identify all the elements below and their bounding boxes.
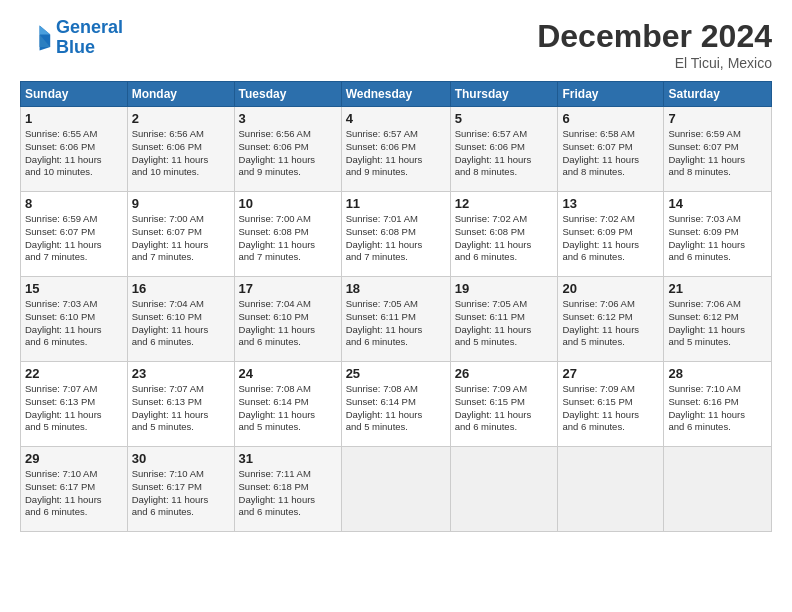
calendar-cell (450, 447, 558, 532)
day-info: Sunrise: 7:08 AM Sunset: 6:14 PM Dayligh… (239, 383, 337, 434)
day-number: 13 (562, 196, 659, 211)
day-info: Sunrise: 7:07 AM Sunset: 6:13 PM Dayligh… (132, 383, 230, 434)
day-info: Sunrise: 7:11 AM Sunset: 6:18 PM Dayligh… (239, 468, 337, 519)
calendar-cell: 11Sunrise: 7:01 AM Sunset: 6:08 PM Dayli… (341, 192, 450, 277)
calendar-week-row: 22Sunrise: 7:07 AM Sunset: 6:13 PM Dayli… (21, 362, 772, 447)
day-info: Sunrise: 7:06 AM Sunset: 6:12 PM Dayligh… (668, 298, 767, 349)
calendar-cell (664, 447, 772, 532)
day-info: Sunrise: 7:06 AM Sunset: 6:12 PM Dayligh… (562, 298, 659, 349)
logo-line1: General (56, 17, 123, 37)
day-number: 2 (132, 111, 230, 126)
weekday-header-row: SundayMondayTuesdayWednesdayThursdayFrid… (21, 82, 772, 107)
day-info: Sunrise: 7:03 AM Sunset: 6:10 PM Dayligh… (25, 298, 123, 349)
day-number: 28 (668, 366, 767, 381)
calendar-week-row: 29Sunrise: 7:10 AM Sunset: 6:17 PM Dayli… (21, 447, 772, 532)
weekday-header: Saturday (664, 82, 772, 107)
calendar-cell: 1Sunrise: 6:55 AM Sunset: 6:06 PM Daylig… (21, 107, 128, 192)
calendar-cell: 25Sunrise: 7:08 AM Sunset: 6:14 PM Dayli… (341, 362, 450, 447)
day-number: 31 (239, 451, 337, 466)
day-info: Sunrise: 7:04 AM Sunset: 6:10 PM Dayligh… (239, 298, 337, 349)
day-number: 30 (132, 451, 230, 466)
day-info: Sunrise: 7:05 AM Sunset: 6:11 PM Dayligh… (455, 298, 554, 349)
calendar-cell: 24Sunrise: 7:08 AM Sunset: 6:14 PM Dayli… (234, 362, 341, 447)
calendar-cell: 27Sunrise: 7:09 AM Sunset: 6:15 PM Dayli… (558, 362, 664, 447)
month-title: December 2024 (537, 18, 772, 55)
day-info: Sunrise: 7:00 AM Sunset: 6:08 PM Dayligh… (239, 213, 337, 264)
calendar-week-row: 8Sunrise: 6:59 AM Sunset: 6:07 PM Daylig… (21, 192, 772, 277)
day-info: Sunrise: 7:02 AM Sunset: 6:09 PM Dayligh… (562, 213, 659, 264)
day-info: Sunrise: 7:09 AM Sunset: 6:15 PM Dayligh… (562, 383, 659, 434)
day-number: 6 (562, 111, 659, 126)
day-number: 18 (346, 281, 446, 296)
day-info: Sunrise: 7:05 AM Sunset: 6:11 PM Dayligh… (346, 298, 446, 349)
day-number: 4 (346, 111, 446, 126)
day-info: Sunrise: 6:57 AM Sunset: 6:06 PM Dayligh… (346, 128, 446, 179)
calendar-cell: 10Sunrise: 7:00 AM Sunset: 6:08 PM Dayli… (234, 192, 341, 277)
calendar-cell: 14Sunrise: 7:03 AM Sunset: 6:09 PM Dayli… (664, 192, 772, 277)
day-number: 14 (668, 196, 767, 211)
day-info: Sunrise: 7:02 AM Sunset: 6:08 PM Dayligh… (455, 213, 554, 264)
day-info: Sunrise: 6:59 AM Sunset: 6:07 PM Dayligh… (25, 213, 123, 264)
calendar-cell: 21Sunrise: 7:06 AM Sunset: 6:12 PM Dayli… (664, 277, 772, 362)
calendar-cell: 6Sunrise: 6:58 AM Sunset: 6:07 PM Daylig… (558, 107, 664, 192)
day-number: 26 (455, 366, 554, 381)
day-info: Sunrise: 7:10 AM Sunset: 6:17 PM Dayligh… (132, 468, 230, 519)
day-info: Sunrise: 7:00 AM Sunset: 6:07 PM Dayligh… (132, 213, 230, 264)
day-info: Sunrise: 6:56 AM Sunset: 6:06 PM Dayligh… (239, 128, 337, 179)
day-info: Sunrise: 7:10 AM Sunset: 6:17 PM Dayligh… (25, 468, 123, 519)
location: El Ticui, Mexico (537, 55, 772, 71)
calendar-cell: 26Sunrise: 7:09 AM Sunset: 6:15 PM Dayli… (450, 362, 558, 447)
logo-text: General Blue (56, 18, 123, 58)
day-info: Sunrise: 6:57 AM Sunset: 6:06 PM Dayligh… (455, 128, 554, 179)
calendar-week-row: 15Sunrise: 7:03 AM Sunset: 6:10 PM Dayli… (21, 277, 772, 362)
day-number: 29 (25, 451, 123, 466)
day-number: 24 (239, 366, 337, 381)
calendar-cell: 13Sunrise: 7:02 AM Sunset: 6:09 PM Dayli… (558, 192, 664, 277)
calendar-cell: 20Sunrise: 7:06 AM Sunset: 6:12 PM Dayli… (558, 277, 664, 362)
calendar-table: SundayMondayTuesdayWednesdayThursdayFrid… (20, 81, 772, 532)
calendar-cell: 4Sunrise: 6:57 AM Sunset: 6:06 PM Daylig… (341, 107, 450, 192)
day-number: 5 (455, 111, 554, 126)
calendar-body: 1Sunrise: 6:55 AM Sunset: 6:06 PM Daylig… (21, 107, 772, 532)
calendar-cell: 3Sunrise: 6:56 AM Sunset: 6:06 PM Daylig… (234, 107, 341, 192)
svg-marker-1 (40, 25, 51, 34)
calendar-cell (558, 447, 664, 532)
day-info: Sunrise: 7:10 AM Sunset: 6:16 PM Dayligh… (668, 383, 767, 434)
calendar-cell: 16Sunrise: 7:04 AM Sunset: 6:10 PM Dayli… (127, 277, 234, 362)
day-number: 17 (239, 281, 337, 296)
calendar-cell: 22Sunrise: 7:07 AM Sunset: 6:13 PM Dayli… (21, 362, 128, 447)
day-number: 11 (346, 196, 446, 211)
day-info: Sunrise: 6:58 AM Sunset: 6:07 PM Dayligh… (562, 128, 659, 179)
day-number: 10 (239, 196, 337, 211)
day-number: 1 (25, 111, 123, 126)
day-number: 8 (25, 196, 123, 211)
day-number: 21 (668, 281, 767, 296)
calendar-cell: 15Sunrise: 7:03 AM Sunset: 6:10 PM Dayli… (21, 277, 128, 362)
day-number: 25 (346, 366, 446, 381)
calendar-cell: 17Sunrise: 7:04 AM Sunset: 6:10 PM Dayli… (234, 277, 341, 362)
calendar-cell: 2Sunrise: 6:56 AM Sunset: 6:06 PM Daylig… (127, 107, 234, 192)
day-number: 9 (132, 196, 230, 211)
logo-icon (20, 22, 52, 54)
day-number: 16 (132, 281, 230, 296)
header: General Blue December 2024 El Ticui, Mex… (20, 18, 772, 71)
day-info: Sunrise: 6:59 AM Sunset: 6:07 PM Dayligh… (668, 128, 767, 179)
calendar-cell: 30Sunrise: 7:10 AM Sunset: 6:17 PM Dayli… (127, 447, 234, 532)
day-info: Sunrise: 7:01 AM Sunset: 6:08 PM Dayligh… (346, 213, 446, 264)
calendar-cell: 23Sunrise: 7:07 AM Sunset: 6:13 PM Dayli… (127, 362, 234, 447)
logo: General Blue (20, 18, 123, 58)
weekday-header: Thursday (450, 82, 558, 107)
calendar-cell: 31Sunrise: 7:11 AM Sunset: 6:18 PM Dayli… (234, 447, 341, 532)
day-number: 19 (455, 281, 554, 296)
title-block: December 2024 El Ticui, Mexico (537, 18, 772, 71)
weekday-header: Tuesday (234, 82, 341, 107)
calendar-cell: 7Sunrise: 6:59 AM Sunset: 6:07 PM Daylig… (664, 107, 772, 192)
calendar-cell: 8Sunrise: 6:59 AM Sunset: 6:07 PM Daylig… (21, 192, 128, 277)
day-number: 15 (25, 281, 123, 296)
calendar-cell: 19Sunrise: 7:05 AM Sunset: 6:11 PM Dayli… (450, 277, 558, 362)
weekday-header: Monday (127, 82, 234, 107)
day-info: Sunrise: 7:07 AM Sunset: 6:13 PM Dayligh… (25, 383, 123, 434)
day-info: Sunrise: 7:03 AM Sunset: 6:09 PM Dayligh… (668, 213, 767, 264)
day-number: 3 (239, 111, 337, 126)
weekday-header: Friday (558, 82, 664, 107)
